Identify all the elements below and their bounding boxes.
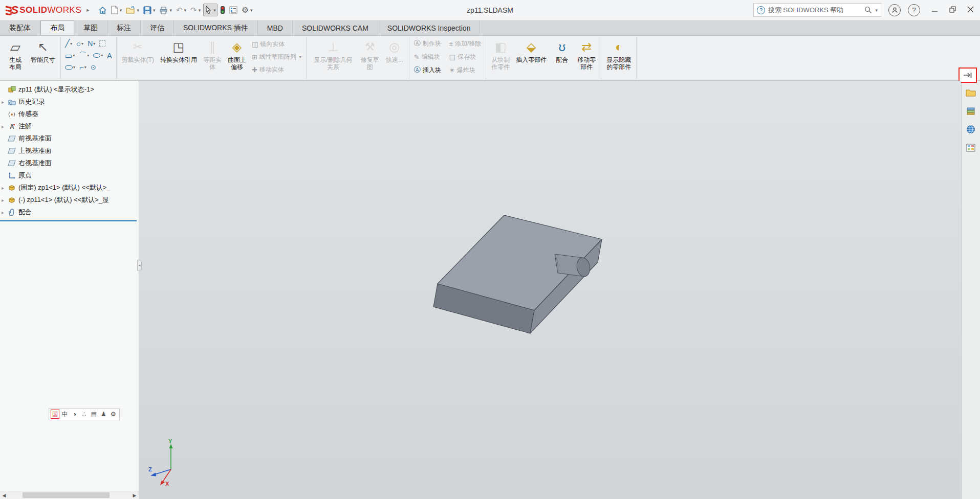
print-button[interactable]: ▾ bbox=[158, 4, 173, 16]
tree-item-part-zp11[interactable]: ▸(-) zp11<1> (默认) <<默认>_显 bbox=[0, 194, 139, 206]
tree-item-annotations[interactable]: ▸A注解 bbox=[0, 120, 139, 132]
linear-sketch-pattern-button[interactable]: ⊞线性草图阵列▾ bbox=[250, 51, 303, 62]
minimize-button[interactable] bbox=[931, 6, 938, 14]
tree-item-history[interactable]: ▸历史记录 bbox=[0, 96, 139, 108]
dropdown-icon[interactable]: ▾ bbox=[87, 53, 89, 58]
offset-entities-button[interactable]: ∥等距实 体 bbox=[201, 37, 224, 79]
tab-assembly[interactable]: 装配体 bbox=[0, 20, 40, 35]
dropdown-icon[interactable]: ▾ bbox=[73, 65, 75, 70]
explode-block-button[interactable]: ✶爆炸块 bbox=[448, 64, 483, 76]
tab-mbd[interactable]: MBD bbox=[258, 20, 293, 35]
contrast-icon[interactable]: ◑ bbox=[70, 410, 79, 419]
open-button[interactable]: ▾ bbox=[124, 4, 141, 16]
help-icon[interactable]: ? bbox=[908, 4, 920, 16]
dots-icon[interactable]: ∴ bbox=[80, 410, 89, 419]
figure-icon[interactable]: ♟ bbox=[99, 410, 108, 419]
tree-item-origin[interactable]: 原点 bbox=[0, 169, 139, 182]
dropdown-icon[interactable]: ▾ bbox=[213, 8, 216, 13]
file-properties-button[interactable] bbox=[228, 4, 239, 16]
save-button[interactable]: ▾ bbox=[142, 4, 157, 16]
center-mark-icon[interactable]: 中 bbox=[60, 410, 69, 419]
web-globe-icon[interactable] bbox=[965, 124, 976, 135]
tree-item-part-zp1[interactable]: ▸(固定) zp1<1> (默认) <<默认>_ bbox=[0, 182, 139, 194]
expand-chevron-icon[interactable]: ▸ bbox=[2, 197, 7, 203]
tab-markup[interactable]: 标注 bbox=[107, 20, 141, 35]
tab-layout[interactable]: 布局 bbox=[40, 20, 74, 35]
move-entities-button[interactable]: ✚移动实体 bbox=[250, 64, 303, 75]
tree-horizontal-scrollbar[interactable]: ◀ ▶ bbox=[0, 491, 139, 499]
tree-item-right-plane[interactable]: 右视基准面 bbox=[0, 157, 139, 169]
dropdown-icon[interactable]: ▾ bbox=[70, 41, 72, 46]
make-part-from-block-button[interactable]: ◧从块制 作零件 bbox=[489, 37, 512, 79]
film-icon[interactable]: ▤ bbox=[90, 410, 98, 419]
tab-sketch[interactable]: 草图 bbox=[74, 20, 107, 35]
home-button[interactable] bbox=[97, 4, 108, 16]
smart-dimension-button[interactable]: ↖智能尺寸 bbox=[29, 37, 57, 79]
help-search-box[interactable]: ? 搜索 SOLIDWORKS 帮助 ▾ bbox=[753, 3, 881, 17]
search-dropdown-icon[interactable]: ▾ bbox=[875, 8, 878, 13]
rebuild-button[interactable] bbox=[219, 4, 227, 16]
tree-item-front-plane[interactable]: 前视基准面 bbox=[0, 132, 139, 145]
mirror-entities-button[interactable]: ◫镜向实体 bbox=[250, 38, 303, 50]
restore-button[interactable] bbox=[949, 6, 956, 14]
scroll-left-icon[interactable]: ◀ bbox=[0, 493, 8, 498]
dropdown-icon[interactable]: ▾ bbox=[153, 8, 156, 13]
options-button[interactable]: ⚙▾ bbox=[240, 3, 254, 17]
account-icon[interactable] bbox=[888, 4, 901, 16]
repair-sketch-button[interactable]: ⚒修复草 图 bbox=[359, 37, 381, 79]
selection-filter-icon[interactable]: 国 bbox=[51, 410, 59, 419]
arc-tool-button[interactable]: ⌒▾ bbox=[78, 50, 90, 61]
select-button[interactable]: ▾ bbox=[203, 4, 217, 16]
design-library-icon[interactable] bbox=[965, 105, 976, 117]
line-tool-button[interactable]: ╱▾ bbox=[64, 38, 73, 49]
scroll-right-icon[interactable]: ▶ bbox=[130, 493, 139, 498]
rectangle-tool-button[interactable]: ▭▾ bbox=[64, 50, 76, 61]
slot-tool-button[interactable]: ▾ bbox=[64, 62, 76, 72]
ellipse-tool-button[interactable]: ▾ bbox=[92, 50, 104, 61]
dropdown-icon[interactable]: ▾ bbox=[73, 53, 75, 58]
make-block-button[interactable]: Ⓐ制作块 bbox=[412, 38, 443, 49]
insert-components-button[interactable]: ⬙插入零部件 bbox=[514, 37, 549, 79]
search-icon[interactable] bbox=[864, 6, 872, 14]
trim-entities-button[interactable]: ✂剪裁实体(T) bbox=[120, 37, 156, 79]
dropdown-icon[interactable]: ▾ bbox=[250, 8, 253, 13]
dropdown-icon[interactable]: ▾ bbox=[81, 41, 83, 46]
tab-evaluate[interactable]: 评估 bbox=[141, 20, 174, 35]
display-delete-relations-button[interactable]: ⊥显示/删除几何关系 bbox=[310, 37, 357, 79]
mate-button[interactable]: ʊ配合 bbox=[551, 37, 573, 79]
logo-expand-arrow-icon[interactable]: ▸ bbox=[86, 7, 90, 13]
expand-chevron-icon[interactable]: ▸ bbox=[2, 124, 7, 129]
scrollbar-thumb[interactable] bbox=[23, 492, 110, 498]
show-hidden-components-button[interactable]: ◐显示隐藏 的零部件 bbox=[604, 37, 633, 79]
dropdown-icon[interactable]: ▾ bbox=[299, 55, 301, 59]
tree-item-top-plane[interactable]: 上视基准面 bbox=[0, 145, 139, 157]
surface-offset-button[interactable]: ◈曲面上 偏移 bbox=[226, 37, 248, 79]
convert-entities-button[interactable]: ◳转换实体引用 bbox=[158, 37, 199, 79]
text-tool-button[interactable]: A bbox=[106, 50, 113, 61]
move-component-button[interactable]: ⇄移动零 部件 bbox=[575, 37, 598, 79]
assembly-model[interactable] bbox=[139, 81, 958, 499]
expand-chevron-icon[interactable]: ▸ bbox=[2, 210, 7, 215]
dropdown-icon[interactable]: ▾ bbox=[101, 53, 103, 58]
spline-tool-button[interactable]: N▾ bbox=[86, 38, 96, 49]
quick-snaps-button[interactable]: ◎快速... bbox=[383, 37, 406, 79]
trim-pattern-tool-button[interactable] bbox=[98, 38, 106, 49]
expand-chevron-icon[interactable]: ▸ bbox=[2, 99, 7, 105]
tab-cam[interactable]: SOLIDWORKS CAM bbox=[293, 20, 378, 35]
expand-chevron-icon[interactable]: ▸ bbox=[2, 185, 7, 191]
dropdown-icon[interactable]: ▾ bbox=[199, 8, 201, 13]
new-button[interactable]: ▾ bbox=[110, 4, 124, 16]
add-remove-button[interactable]: ±添加/移除 bbox=[448, 38, 483, 49]
create-layout-button[interactable]: ▱生成 布局 bbox=[4, 37, 27, 79]
dropdown-icon[interactable]: ▾ bbox=[84, 65, 86, 70]
edit-block-button[interactable]: ✎编辑块 bbox=[412, 51, 443, 62]
fillet-tool-button[interactable]: ⌐▾ bbox=[78, 62, 88, 72]
dropdown-icon[interactable]: ▾ bbox=[93, 41, 95, 46]
graphics-viewport[interactable]: Y Z X bbox=[139, 81, 961, 499]
tab-addins[interactable]: SOLIDWORKS 插件 bbox=[174, 20, 258, 35]
undo-button[interactable]: ↶▾ bbox=[175, 4, 188, 17]
tab-inspection[interactable]: SOLIDWORKS Inspection bbox=[378, 20, 481, 35]
save-block-button[interactable]: ▤保存块 bbox=[448, 51, 483, 62]
panel-splitter-handle[interactable]: ◂ bbox=[137, 260, 142, 271]
insert-block-button[interactable]: Ⓐ插入块 bbox=[412, 64, 443, 76]
